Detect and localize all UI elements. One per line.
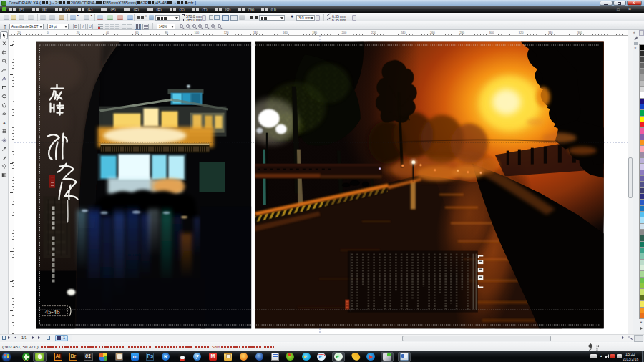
svg-text:45-46: 45-46 xyxy=(45,308,60,315)
svg-text:A: A xyxy=(2,120,6,125)
